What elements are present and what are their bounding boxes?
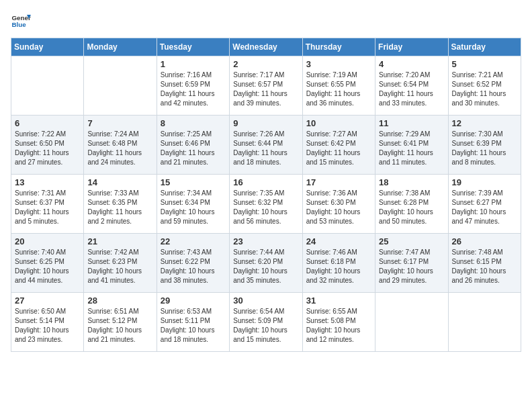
calendar-cell: 29Sunrise: 6:53 AM Sunset: 5:11 PM Dayli… [157,293,229,352]
day-info: Sunrise: 7:36 AM Sunset: 6:30 PM Dayligh… [306,189,371,226]
calendar-cell: 31Sunrise: 6:55 AM Sunset: 5:08 PM Dayli… [302,293,375,352]
calendar-cell: 17Sunrise: 7:36 AM Sunset: 6:30 PM Dayli… [302,175,375,234]
day-number: 28 [87,295,152,306]
calendar-cell: 4Sunrise: 7:20 AM Sunset: 6:54 PM Daylig… [375,56,448,116]
day-info: Sunrise: 7:44 AM Sunset: 6:20 PM Dayligh… [233,248,298,285]
day-number: 7 [87,118,152,128]
day-number: 14 [87,177,152,187]
day-info: Sunrise: 7:43 AM Sunset: 6:22 PM Dayligh… [161,248,226,285]
day-number: 20 [15,236,80,246]
page-header: General Blue [11,11,521,31]
day-info: Sunrise: 7:25 AM Sunset: 6:46 PM Dayligh… [161,130,226,167]
day-info: Sunrise: 7:39 AM Sunset: 6:27 PM Dayligh… [452,189,517,226]
calendar-cell: 15Sunrise: 7:34 AM Sunset: 6:34 PM Dayli… [157,175,229,234]
day-info: Sunrise: 6:50 AM Sunset: 5:14 PM Dayligh… [15,307,80,345]
day-info: Sunrise: 7:22 AM Sunset: 6:50 PM Dayligh… [15,130,80,167]
svg-text:Blue: Blue [12,21,27,28]
calendar-cell: 5Sunrise: 7:21 AM Sunset: 6:52 PM Daylig… [448,56,521,116]
day-info: Sunrise: 7:26 AM Sunset: 6:44 PM Dayligh… [233,130,298,167]
day-number: 23 [233,236,298,246]
calendar-cell [448,293,521,352]
day-number: 1 [161,59,226,69]
day-info: Sunrise: 7:47 AM Sunset: 6:17 PM Dayligh… [379,248,444,285]
day-info: Sunrise: 6:55 AM Sunset: 5:08 PM Dayligh… [306,307,371,345]
calendar-cell: 1Sunrise: 7:16 AM Sunset: 6:59 PM Daylig… [157,56,229,116]
day-info: Sunrise: 7:19 AM Sunset: 6:55 PM Dayligh… [306,71,371,108]
day-info: Sunrise: 7:42 AM Sunset: 6:23 PM Dayligh… [87,248,152,285]
calendar-cell: 3Sunrise: 7:19 AM Sunset: 6:55 PM Daylig… [302,56,375,116]
day-info: Sunrise: 7:34 AM Sunset: 6:34 PM Dayligh… [161,189,226,226]
day-number: 24 [306,236,371,246]
calendar-cell: 8Sunrise: 7:25 AM Sunset: 6:46 PM Daylig… [157,116,229,175]
day-info: Sunrise: 7:24 AM Sunset: 6:48 PM Dayligh… [87,130,152,167]
day-header-tuesday: Tuesday [157,38,229,56]
calendar-table: SundayMondayTuesdayWednesdayThursdayFrid… [11,38,521,352]
calendar-cell: 27Sunrise: 6:50 AM Sunset: 5:14 PM Dayli… [11,293,84,352]
day-number: 15 [161,177,226,187]
day-number: 22 [161,236,226,246]
day-info: Sunrise: 7:17 AM Sunset: 6:57 PM Dayligh… [233,71,298,108]
day-number: 5 [452,59,517,69]
day-header-wednesday: Wednesday [230,38,302,56]
day-number: 19 [452,177,517,187]
day-info: Sunrise: 7:40 AM Sunset: 6:25 PM Dayligh… [15,248,80,285]
day-info: Sunrise: 7:33 AM Sunset: 6:35 PM Dayligh… [87,189,152,226]
calendar-cell: 20Sunrise: 7:40 AM Sunset: 6:25 PM Dayli… [11,234,84,293]
calendar-cell: 18Sunrise: 7:38 AM Sunset: 6:28 PM Dayli… [375,175,448,234]
day-number: 31 [306,295,371,306]
calendar-cell: 9Sunrise: 7:26 AM Sunset: 6:44 PM Daylig… [230,116,302,175]
calendar-cell: 28Sunrise: 6:51 AM Sunset: 5:12 PM Dayli… [84,293,157,352]
day-header-thursday: Thursday [302,38,375,56]
day-number: 17 [306,177,371,187]
day-number: 29 [161,295,226,306]
day-number: 13 [15,177,80,187]
day-number: 26 [452,236,517,246]
calendar-cell: 26Sunrise: 7:48 AM Sunset: 6:15 PM Dayli… [448,234,521,293]
day-info: Sunrise: 6:54 AM Sunset: 5:09 PM Dayligh… [233,307,298,345]
day-info: Sunrise: 7:48 AM Sunset: 6:15 PM Dayligh… [452,248,517,285]
day-info: Sunrise: 7:21 AM Sunset: 6:52 PM Dayligh… [452,71,517,108]
day-number: 18 [379,177,444,187]
day-info: Sunrise: 7:38 AM Sunset: 6:28 PM Dayligh… [379,189,444,226]
calendar-cell: 22Sunrise: 7:43 AM Sunset: 6:22 PM Dayli… [157,234,229,293]
logo-icon: General Blue [11,11,31,31]
calendar-cell: 13Sunrise: 7:31 AM Sunset: 6:37 PM Dayli… [11,175,84,234]
day-number: 6 [15,118,80,128]
day-info: Sunrise: 7:30 AM Sunset: 6:39 PM Dayligh… [452,130,517,167]
calendar-cell: 2Sunrise: 7:17 AM Sunset: 6:57 PM Daylig… [230,56,302,116]
calendar-cell: 10Sunrise: 7:27 AM Sunset: 6:42 PM Dayli… [302,116,375,175]
calendar-cell: 6Sunrise: 7:22 AM Sunset: 6:50 PM Daylig… [11,116,84,175]
day-header-saturday: Saturday [448,38,521,56]
calendar-cell [375,293,448,352]
day-number: 2 [233,59,298,69]
day-info: Sunrise: 7:31 AM Sunset: 6:37 PM Dayligh… [15,189,80,226]
calendar-cell: 16Sunrise: 7:35 AM Sunset: 6:32 PM Dayli… [230,175,302,234]
day-info: Sunrise: 6:51 AM Sunset: 5:12 PM Dayligh… [87,307,152,345]
day-number: 10 [306,118,371,128]
calendar-cell: 7Sunrise: 7:24 AM Sunset: 6:48 PM Daylig… [84,116,157,175]
calendar-cell: 25Sunrise: 7:47 AM Sunset: 6:17 PM Dayli… [375,234,448,293]
day-number: 8 [161,118,226,128]
day-number: 9 [233,118,298,128]
day-header-friday: Friday [375,38,448,56]
day-info: Sunrise: 7:46 AM Sunset: 6:18 PM Dayligh… [306,248,371,285]
calendar-cell: 30Sunrise: 6:54 AM Sunset: 5:09 PM Dayli… [230,293,302,352]
calendar-cell: 24Sunrise: 7:46 AM Sunset: 6:18 PM Dayli… [302,234,375,293]
calendar-cell [84,56,157,116]
day-number: 27 [15,295,80,306]
day-number: 16 [233,177,298,187]
calendar-cell: 14Sunrise: 7:33 AM Sunset: 6:35 PM Dayli… [84,175,157,234]
day-header-monday: Monday [84,38,157,56]
day-number: 4 [379,59,444,69]
day-info: Sunrise: 7:35 AM Sunset: 6:32 PM Dayligh… [233,189,298,226]
day-header-sunday: Sunday [11,38,84,56]
calendar-cell: 21Sunrise: 7:42 AM Sunset: 6:23 PM Dayli… [84,234,157,293]
logo: General Blue [11,11,31,31]
day-number: 3 [306,59,371,69]
calendar-cell: 11Sunrise: 7:29 AM Sunset: 6:41 PM Dayli… [375,116,448,175]
day-info: Sunrise: 7:20 AM Sunset: 6:54 PM Dayligh… [379,71,444,108]
day-number: 25 [379,236,444,246]
calendar-cell: 23Sunrise: 7:44 AM Sunset: 6:20 PM Dayli… [230,234,302,293]
day-info: Sunrise: 6:53 AM Sunset: 5:11 PM Dayligh… [161,307,226,345]
day-info: Sunrise: 7:27 AM Sunset: 6:42 PM Dayligh… [306,130,371,167]
